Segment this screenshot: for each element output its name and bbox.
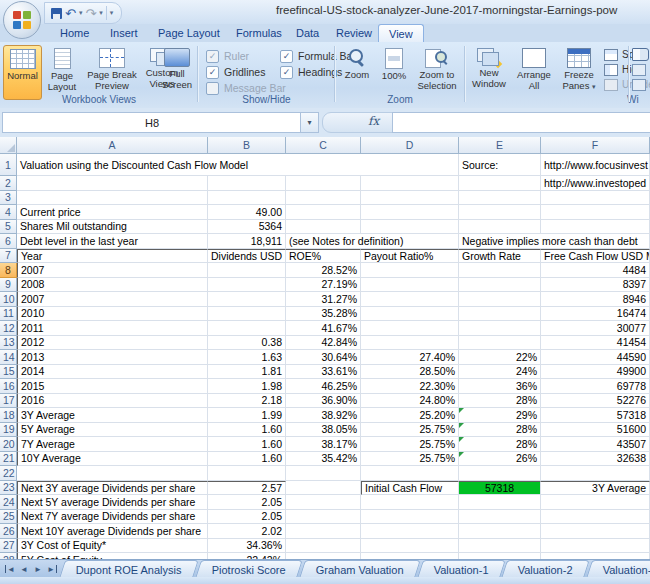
ribbon-tab-data[interactable]: Data	[286, 24, 329, 42]
save-icon[interactable]	[51, 8, 62, 19]
cell-F27[interactable]	[541, 539, 650, 554]
cell-A19[interactable]: 5Y Average	[17, 423, 208, 438]
cell-C24[interactable]	[286, 495, 361, 510]
cell-E18[interactable]: 29%	[459, 408, 541, 423]
cell-B9[interactable]	[208, 278, 286, 293]
cell-E25[interactable]	[459, 510, 541, 525]
cell-A24[interactable]: Next 5Y average Dividends per share	[17, 495, 208, 510]
col-header-C[interactable]: C	[286, 137, 361, 154]
cell-E16[interactable]: 36%	[459, 379, 541, 394]
cell-C5[interactable]	[286, 220, 361, 235]
cell-B18[interactable]: 1.99	[208, 408, 286, 423]
row-header-16[interactable]: 16	[0, 379, 17, 394]
cell-A21[interactable]: 10Y Average	[17, 452, 208, 467]
row-header-15[interactable]: 15	[0, 365, 17, 380]
row-header-25[interactable]: 25	[0, 510, 17, 525]
cell-D21[interactable]: 25.75%	[361, 452, 459, 467]
row-header-14[interactable]: 14	[0, 350, 17, 365]
cell-D20[interactable]: 25.75%	[361, 437, 459, 452]
cell-D22[interactable]	[361, 466, 459, 481]
ribbon-tab-formulas[interactable]: Formulas	[226, 24, 292, 42]
cell-A3[interactable]	[17, 191, 208, 206]
cell-A27[interactable]: 3Y Cost of Equity*	[17, 539, 208, 554]
ribbon-tab-review[interactable]: Review	[326, 24, 382, 42]
name-box[interactable]: H8	[2, 112, 302, 133]
cell-B20[interactable]: 1.60	[208, 437, 286, 452]
cell-C17[interactable]: 36.90%	[286, 394, 361, 409]
cell-A11[interactable]: 2010	[17, 307, 208, 322]
cell-C13[interactable]: 42.84%	[286, 336, 361, 351]
cell-D8[interactable]	[361, 263, 459, 278]
cell-C21[interactable]: 35.42%	[286, 452, 361, 467]
cell-E10[interactable]	[459, 292, 541, 307]
cell-D4[interactable]	[361, 205, 459, 220]
cell-F15[interactable]: 49900	[541, 365, 650, 380]
cell-C27[interactable]	[286, 539, 361, 554]
cell-A15[interactable]: 2014	[17, 365, 208, 380]
cell-D2[interactable]	[361, 176, 459, 191]
cell-F8[interactable]: 4484	[541, 263, 650, 278]
cell-B14[interactable]: 1.63	[208, 350, 286, 365]
cell-F10[interactable]: 8946	[541, 292, 650, 307]
cell-A18[interactable]: 3Y Average	[17, 408, 208, 423]
cell-D14[interactable]: 27.40%	[361, 350, 459, 365]
cell-D23[interactable]: Initial Cash Flow	[361, 481, 459, 496]
zoom-to-selection-button[interactable]: Zoom to Selection	[413, 45, 461, 98]
undo-icon[interactable]: ↶	[65, 7, 76, 20]
cell-A7[interactable]: Year	[17, 249, 208, 264]
gridlines-checkbox[interactable]: ✓ Gridlines	[206, 64, 286, 80]
cell-D13[interactable]	[361, 336, 459, 351]
cell-D16[interactable]: 22.30%	[361, 379, 459, 394]
cell-F14[interactable]: 44590	[541, 350, 650, 365]
formula-input[interactable]	[392, 112, 650, 133]
row-header-24[interactable]: 24	[0, 495, 17, 510]
cell-F19[interactable]: 51600	[541, 423, 650, 438]
sheet-tab-graham-valuation[interactable]: Graham Valuation	[299, 560, 421, 578]
cell-E21[interactable]: 26%	[459, 452, 541, 467]
cell-F11[interactable]: 16474	[541, 307, 650, 322]
cell-D3[interactable]	[361, 191, 459, 206]
cell-A23[interactable]: Next 3Y average Dividends per share	[17, 481, 208, 496]
first-sheet-button[interactable]: ◄	[4, 563, 16, 576]
ribbon-tab-insert[interactable]: Insert	[100, 24, 148, 42]
cell-F3[interactable]	[541, 191, 650, 206]
row-header-23[interactable]: 23	[0, 481, 17, 496]
cell-F20[interactable]: 43507	[541, 437, 650, 452]
name-box-dropdown-icon[interactable]: ▾	[300, 112, 319, 133]
row-header-3[interactable]: 3	[0, 191, 17, 206]
cell-F5[interactable]	[541, 220, 650, 235]
row-header-21[interactable]: 21	[0, 452, 17, 467]
cell-D15[interactable]: 28.50%	[361, 365, 459, 380]
cell-D19[interactable]: 25.75%	[361, 423, 459, 438]
cell-C15[interactable]: 33.61%	[286, 365, 361, 380]
cell-A12[interactable]: 2011	[17, 321, 208, 336]
cell-C10[interactable]: 31.27%	[286, 292, 361, 307]
row-header-17[interactable]: 17	[0, 394, 17, 409]
cell-C19[interactable]: 38.05%	[286, 423, 361, 438]
cell-B16[interactable]: 1.98	[208, 379, 286, 394]
normal-view-button[interactable]: Normal	[3, 45, 42, 100]
cell-A4[interactable]: Current price	[17, 205, 208, 220]
cell-E8[interactable]	[459, 263, 541, 278]
cell-E3[interactable]	[459, 191, 541, 206]
cell-D25[interactable]	[361, 510, 459, 525]
page-layout-view-button[interactable]: Page Layout	[42, 45, 82, 98]
cell-A20[interactable]: 7Y Average	[17, 437, 208, 452]
page-break-preview-button[interactable]: Page Break Preview	[84, 45, 140, 98]
undo-dropdown-icon[interactable]: ▾	[79, 9, 83, 17]
sheet-tab-valuation-1[interactable]: Valuation-1	[417, 560, 506, 578]
col-header-D[interactable]: D	[361, 137, 459, 154]
ribbon-tab-view[interactable]: View	[378, 24, 424, 43]
cell-C26[interactable]	[286, 524, 361, 539]
row-header-26[interactable]: 26	[0, 524, 17, 539]
cell-E2[interactable]	[459, 176, 541, 191]
cell-E7[interactable]: Growth Rate	[459, 249, 541, 264]
cell-E1[interactable]: Source:	[459, 154, 541, 176]
cell-E17[interactable]: 28%	[459, 394, 541, 409]
cell-F26[interactable]	[541, 524, 650, 539]
cell-F9[interactable]: 8397	[541, 278, 650, 293]
cell-B27[interactable]: 34.36%	[208, 539, 286, 554]
cell-E11[interactable]	[459, 307, 541, 322]
full-screen-button[interactable]: Full Screen	[158, 45, 196, 98]
cell-B5[interactable]: 5364	[208, 220, 286, 235]
